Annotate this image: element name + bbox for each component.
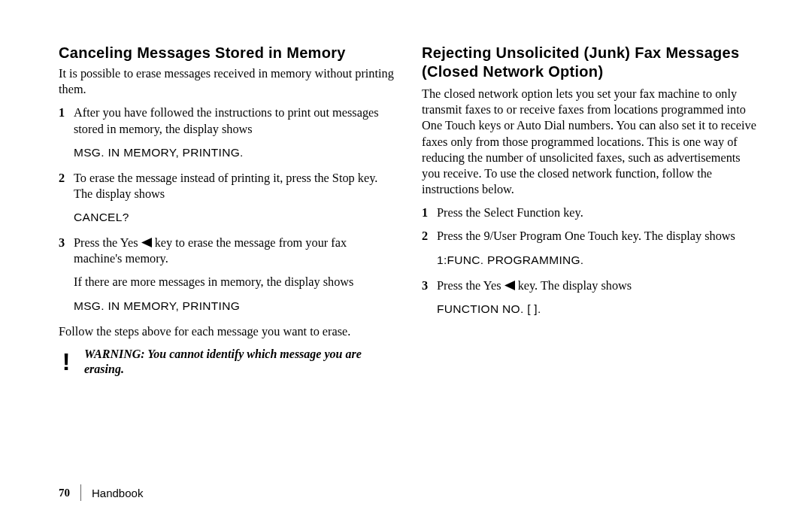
- right-step-3: 3 Press the Yes key. The display shows: [422, 278, 758, 293]
- left-steps: 1 After you have followed the instructio…: [59, 105, 395, 136]
- left-intro: It is possible to erase messages receive…: [59, 65, 395, 97]
- step-text: Press the Select Function key.: [437, 205, 583, 220]
- right-intro: The closed network option lets you set y…: [422, 86, 758, 197]
- display-func-programming: 1:FUNC. PROGRAMMING.: [437, 253, 758, 267]
- display-msg-printing: MSG. IN MEMORY, PRINTING.: [74, 146, 395, 159]
- step-number: 1: [59, 105, 65, 120]
- left-step-2: 2 To erase the message instead of printi…: [59, 170, 395, 202]
- svg-marker-0: [141, 238, 152, 247]
- step-text: After you have followed the instructions…: [74, 105, 379, 135]
- page-number: 70: [59, 487, 70, 499]
- left-column: Canceling Messages Stored in Memory It i…: [59, 44, 395, 377]
- right-steps-3: 3 Press the Yes key. The display shows: [422, 278, 758, 293]
- display-cancel: CANCEL?: [74, 211, 395, 224]
- warning-icon: !: [59, 350, 74, 374]
- left-steps-2: 2 To erase the message instead of printi…: [59, 170, 395, 202]
- right-column: Rejecting Unsolicited (Junk) Fax Message…: [422, 44, 758, 377]
- step-text: Press the 9/User Program One Touch key. …: [437, 229, 735, 243]
- step-number: 3: [422, 278, 428, 293]
- footer-divider: [80, 484, 81, 501]
- left-arrow-icon: [141, 238, 152, 247]
- page-footer: 70 Handbook: [59, 484, 143, 501]
- right-step-1: 1 Press the Select Function key.: [422, 205, 758, 220]
- warning-text: WARNING: You cannot identify which messa…: [84, 347, 395, 377]
- left-heading: Canceling Messages Stored in Memory: [59, 44, 395, 62]
- step-text-a: Press the Yes: [437, 278, 504, 293]
- page-content: Canceling Messages Stored in Memory It i…: [0, 0, 812, 377]
- footer-title: Handbook: [92, 487, 143, 499]
- left-arrow-icon: [504, 281, 515, 290]
- right-steps: 1 Press the Select Function key. 2 Press…: [422, 205, 758, 244]
- step-text: To erase the message instead of printing…: [74, 171, 377, 201]
- step-number: 2: [422, 228, 428, 244]
- display-msg-printing-2: MSG. IN MEMORY, PRINTING: [74, 299, 395, 313]
- right-heading: Rejecting Unsolicited (Junk) Fax Message…: [422, 44, 758, 81]
- step-number: 3: [59, 235, 65, 250]
- right-heading-line2: (Closed Network Option): [422, 63, 603, 80]
- left-steps-3: 3 Press the Yes key to erase the message…: [59, 235, 395, 266]
- step-text-b: key. The display shows: [515, 278, 632, 293]
- right-step-2: 2 Press the 9/User Program One Touch key…: [422, 228, 758, 244]
- step-number: 1: [422, 205, 428, 220]
- step-number: 2: [59, 170, 65, 186]
- left-follow: Follow the steps above for each message …: [59, 323, 395, 339]
- display-function-no: FUNCTION NO. [ ].: [437, 302, 758, 316]
- warning-block: ! WARNING: You cannot identify which mes…: [59, 347, 395, 377]
- left-step-3: 3 Press the Yes key to erase the message…: [59, 235, 395, 266]
- svg-marker-1: [504, 281, 515, 290]
- left-step-1: 1 After you have followed the instructio…: [59, 105, 395, 136]
- right-heading-line1: Rejecting Unsolicited (Junk) Fax Message…: [422, 44, 739, 61]
- step-text-a: Press the Yes: [74, 235, 141, 250]
- left-step3-note: If there are more messages in memory, th…: [59, 274, 395, 290]
